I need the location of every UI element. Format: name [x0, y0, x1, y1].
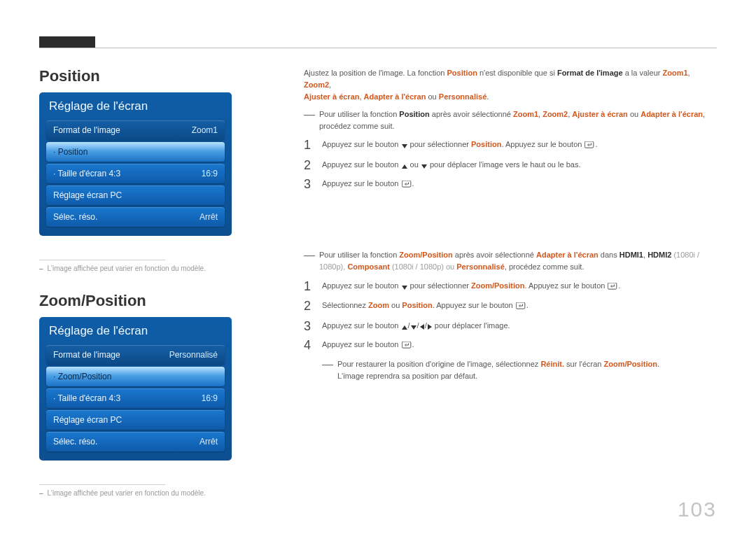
row-label: Format de l'image — [53, 125, 120, 135]
row-label: Format de l'image — [53, 350, 120, 360]
row-reglage-pc[interactable]: Réglage écran PC — [46, 410, 225, 430]
arrow-left-icon — [420, 324, 424, 330]
footnote-rule — [39, 484, 165, 485]
row-taille-ecran[interactable]: Taille d'écran 4:3 16:9 — [46, 388, 225, 408]
svg-rect-2 — [608, 283, 617, 289]
row-value: 16:9 — [202, 169, 218, 178]
panel-title: Réglage de l'écran — [46, 323, 225, 341]
row-reglage-pc[interactable]: Réglage écran PC — [46, 185, 225, 205]
row-position-selected[interactable]: Position — [46, 142, 225, 162]
tip-note-zoom: ― Pour utiliser la fonction Zoom/Positio… — [304, 249, 717, 273]
row-value: Arrêt — [200, 212, 218, 222]
footnote-text: –L'image affichée peut varier en fonctio… — [39, 265, 253, 272]
step-number: 2 — [304, 300, 322, 312]
section-heading-zoom-position: Zoom/Position — [39, 292, 253, 310]
step-number: 1 — [304, 280, 322, 293]
row-selec-reso[interactable]: Sélec. réso. Arrêt — [46, 432, 225, 451]
row-label: Taille d'écran 4:3 — [53, 169, 120, 178]
step-3: 3 Appuyez sur le bouton /// pour déplace… — [304, 320, 717, 332]
step-4: 4 Appuyez sur le bouton . — [304, 339, 717, 353]
row-label: Sélec. réso. — [53, 437, 97, 447]
row-value: Zoom1 — [192, 125, 218, 135]
row-label: Position — [53, 147, 88, 157]
enter-icon — [402, 179, 412, 192]
arrow-up-icon — [402, 325, 407, 330]
row-label: Réglage écran PC — [53, 415, 122, 425]
row-zoom-position-selected[interactable]: Zoom/Position — [46, 367, 225, 386]
step-3: 3 Appuyez sur le bouton . — [304, 178, 717, 192]
step-number: 3 — [304, 320, 322, 332]
enter-icon — [402, 340, 412, 353]
settings-panel-zoom-position: Réglage de l'écran Format de l'image Per… — [39, 317, 232, 461]
steps-list-position: 1 Appuyez sur le bouton pour sélectionne… — [304, 139, 717, 191]
step-2: 2 Sélectionnez Zoom ou Position. Appuyez… — [304, 300, 717, 314]
step-number: 4 — [304, 339, 322, 351]
step-1: 1 Appuyez sur le bouton pour sélectionne… — [304, 139, 717, 153]
row-value: Arrêt — [200, 437, 218, 447]
row-format-image[interactable]: Format de l'image Zoom1 — [46, 120, 225, 140]
step-2: 2 Appuyez sur le bouton ou pour déplacer… — [304, 159, 717, 171]
arrow-down-icon — [421, 164, 427, 169]
enter-icon — [516, 301, 526, 314]
step-number: 2 — [304, 159, 322, 171]
panel-title: Réglage de l'écran — [46, 98, 225, 116]
header-tab — [39, 36, 95, 48]
svg-rect-1 — [402, 181, 411, 187]
footnote-text: –L'image affichée peut varier en fonctio… — [39, 489, 253, 497]
row-label: Sélec. réso. — [53, 212, 97, 222]
arrow-down-icon — [402, 144, 407, 148]
step-number: 1 — [304, 139, 322, 151]
restore-note: ― Pour restaurer la position d'origine d… — [322, 358, 717, 382]
arrow-up-icon — [402, 164, 407, 169]
section-heading-position: Position — [39, 67, 253, 85]
steps-list-zoom-position: 1 Appuyez sur le bouton pour sélectionne… — [304, 280, 717, 353]
row-value: Personnalisé — [169, 350, 218, 360]
footnote-rule — [39, 260, 165, 260]
step-number: 3 — [304, 178, 322, 190]
intro-paragraph: Ajustez la position de l'image. La fonct… — [304, 67, 717, 103]
row-label: Taille d'écran 4:3 — [53, 393, 120, 403]
row-value: 16:9 — [202, 393, 218, 403]
enter-icon — [608, 281, 617, 294]
row-taille-ecran[interactable]: Taille d'écran 4:3 16:9 — [46, 164, 225, 183]
row-label: Zoom/Position — [53, 372, 111, 381]
header-rule — [39, 48, 717, 48]
arrow-down-icon — [402, 286, 407, 290]
row-format-image[interactable]: Format de l'image Personnalisé — [46, 345, 225, 365]
page-number: 103 — [678, 498, 717, 521]
enter-icon — [584, 140, 594, 153]
arrow-right-icon — [428, 324, 432, 330]
settings-panel-position: Réglage de l'écran Format de l'image Zoo… — [39, 92, 232, 236]
step-1: 1 Appuyez sur le bouton pour sélectionne… — [304, 280, 717, 294]
svg-rect-4 — [402, 342, 411, 348]
row-label: Réglage écran PC — [53, 190, 122, 200]
tip-note: ― Pour utiliser la fonction Position apr… — [304, 108, 717, 132]
svg-rect-3 — [516, 302, 525, 309]
row-selec-reso[interactable]: Sélec. réso. Arrêt — [46, 207, 225, 227]
arrow-down-icon — [411, 325, 416, 330]
